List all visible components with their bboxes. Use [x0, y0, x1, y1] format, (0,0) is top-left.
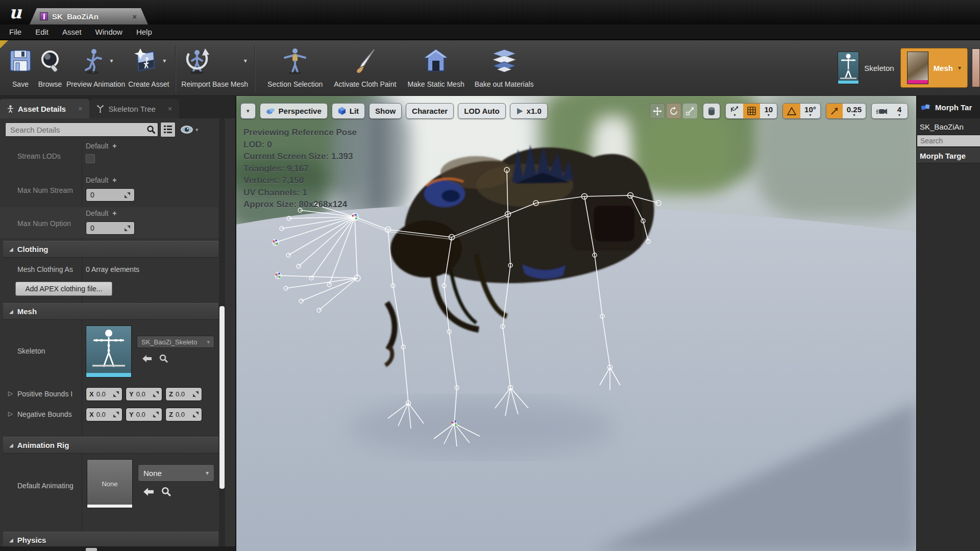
create-asset-caret-icon[interactable]: ▾: [163, 57, 166, 64]
scale-snap-value-button[interactable]: 0.25 ▾: [843, 104, 866, 118]
property-label: Skeleton: [17, 347, 45, 355]
save-button[interactable]: Save: [7, 43, 34, 88]
browse-to-asset-icon[interactable]: [159, 354, 168, 363]
perspective-button[interactable]: Perspective: [260, 103, 328, 119]
default-override[interactable]: Default+: [86, 142, 117, 150]
menu-help[interactable]: Help: [136, 28, 152, 36]
menu-file[interactable]: File: [9, 28, 21, 36]
property-label: Mesh Clothing As: [17, 265, 73, 273]
positive-bounds-z-field[interactable]: Z0.0: [165, 387, 202, 401]
mesh-mode-caret-icon[interactable]: ▾: [958, 64, 961, 71]
details-scrollbar-thumb[interactable]: [219, 306, 225, 489]
negative-bounds-x-field[interactable]: X0.0: [86, 408, 122, 421]
browse-button[interactable]: Browse: [37, 43, 63, 88]
tab-close-icon[interactable]: ×: [78, 105, 82, 113]
clipped-checkbox[interactable]: [86, 548, 97, 551]
mesh-mode-button[interactable]: Mesh ▾: [900, 48, 968, 88]
show-menu-button[interactable]: Show: [369, 103, 402, 119]
section-collapse-icon[interactable]: ◢: [9, 537, 13, 543]
grid-snap-toggle[interactable]: [743, 104, 760, 118]
tab-skeleton-tree[interactable]: Skeleton Tree ×: [89, 99, 179, 118]
bake-materials-button[interactable]: Bake out Materials: [475, 43, 534, 88]
section-collapse-icon[interactable]: ◢: [9, 309, 13, 314]
view-options-button[interactable]: ▾: [180, 125, 199, 134]
scale-tool-button[interactable]: [682, 103, 698, 119]
menu-asset[interactable]: Asset: [62, 28, 82, 36]
default-override[interactable]: Default+: [86, 176, 117, 184]
section-animation-rig[interactable]: ◢ Animation Rig: [3, 437, 218, 454]
rotate-tool-button[interactable]: [666, 103, 681, 119]
section-clothing[interactable]: ◢ Clothing: [3, 241, 218, 258]
skeleton-asset-thumbnail[interactable]: [86, 325, 132, 378]
details-search-input[interactable]: [5, 122, 158, 137]
morph-search-input[interactable]: [917, 135, 980, 147]
make-static-mesh-button[interactable]: Make Static Mesh: [407, 43, 464, 88]
character-menu-button[interactable]: Character: [406, 103, 454, 119]
section-collapse-icon[interactable]: ◢: [9, 246, 13, 252]
surface-snap-button[interactable]: ▾: [726, 104, 743, 118]
menu-window[interactable]: Window: [95, 28, 122, 36]
row-expand-icon[interactable]: ▷: [8, 390, 13, 397]
negative-bounds-y-field[interactable]: Y0.0: [126, 408, 162, 421]
skeleton-asset-combo[interactable]: SK_BaoZi_Skeleto ▾: [137, 336, 214, 348]
create-asset-button[interactable]: ▾ Create Asset: [128, 43, 169, 88]
tab-close-icon[interactable]: ×: [132, 12, 137, 21]
row-expand-icon[interactable]: ▷: [8, 410, 13, 417]
preview-viewport[interactable]: ▾ Perspective Lit Show Character LOD Aut…: [236, 96, 916, 551]
positive-bounds-y-field[interactable]: Y0.0: [126, 387, 162, 401]
default-override[interactable]: Default+: [86, 209, 117, 217]
clipped-mode-button[interactable]: [972, 48, 980, 87]
move-tool-button[interactable]: [650, 103, 665, 119]
morph-column-header[interactable]: Morph Targe: [917, 148, 980, 163]
property-matrix-button[interactable]: [160, 122, 176, 137]
camera-speed-button[interactable]: [872, 104, 891, 118]
menu-edit[interactable]: Edit: [35, 28, 48, 36]
make-static-mesh-icon: [423, 47, 449, 74]
section-collapse-icon[interactable]: ◢: [9, 442, 13, 448]
reimport-base-mesh-button[interactable]: ▾ Reimport Base Mesh: [181, 43, 248, 88]
scale-icon: [685, 107, 695, 116]
add-override-icon[interactable]: +: [112, 176, 116, 184]
use-selected-arrow-icon[interactable]: [143, 487, 154, 496]
section-mesh[interactable]: ◢ Mesh: [3, 303, 218, 320]
perspective-label: Perspective: [279, 107, 322, 115]
grid-list-icon: [163, 125, 173, 134]
title-bar: u SK_BaoZiAn ×: [0, 0, 980, 24]
section-selection-button[interactable]: Section Selection: [267, 43, 323, 88]
rotation-snap-value-button[interactable]: 10° ▾: [800, 104, 820, 118]
rotation-snap-toggle[interactable]: [783, 104, 800, 118]
segment-caret-icon: ▾: [809, 113, 811, 117]
grid-snap-value-button[interactable]: 10 ▾: [760, 104, 777, 118]
add-override-icon[interactable]: +: [112, 142, 116, 150]
cloth-paint-button[interactable]: Activate Cloth Paint: [334, 43, 396, 88]
asset-tab[interactable]: SK_BaoZiAn ×: [30, 8, 148, 24]
camera-speed-value-button[interactable]: 4 ▾: [891, 104, 908, 118]
use-selected-arrow-icon[interactable]: [142, 355, 152, 363]
browse-to-asset-icon[interactable]: [161, 487, 171, 496]
tab-asset-details[interactable]: Asset Details ×: [0, 99, 89, 118]
viewport-options-button[interactable]: ▾: [240, 103, 256, 119]
coordinate-system-button[interactable]: [703, 104, 720, 118]
rig-asset-combo[interactable]: None ▾: [138, 464, 214, 482]
max-num-stream-input[interactable]: 0: [86, 188, 135, 202]
rig-asset-thumbnail[interactable]: None: [87, 459, 133, 508]
tab-skeleton-tree-label: Skeleton Tree: [108, 105, 156, 113]
tab-close-icon[interactable]: ×: [168, 105, 172, 113]
preview-animation-caret-icon[interactable]: ▾: [110, 57, 113, 64]
scale-snap-toggle[interactable]: [826, 104, 843, 118]
add-apex-clothing-button[interactable]: Add APEX clothing file...: [15, 282, 112, 296]
preview-animation-button[interactable]: ▾ Preview Animation: [66, 43, 125, 88]
add-override-icon[interactable]: +: [112, 209, 116, 217]
stream-lods-checkbox[interactable]: [86, 154, 95, 163]
skeleton-mode-button[interactable]: Skeleton: [831, 48, 900, 87]
morph-tab-label[interactable]: Morph Tar: [935, 103, 972, 112]
max-num-option-input[interactable]: 0: [86, 221, 135, 235]
main-toolbar: Save Browse ▾ Preview Animation: [0, 40, 980, 96]
reimport-caret-icon[interactable]: ▾: [244, 57, 247, 64]
negative-bounds-z-field[interactable]: Z0.0: [165, 408, 202, 421]
save-icon: [7, 47, 34, 74]
playback-speed-button[interactable]: x1.0: [510, 103, 548, 119]
positive-bounds-x-field[interactable]: X0.0: [86, 387, 122, 401]
lit-mode-button[interactable]: Lit: [332, 103, 365, 119]
lod-auto-button[interactable]: LOD Auto: [458, 103, 505, 119]
